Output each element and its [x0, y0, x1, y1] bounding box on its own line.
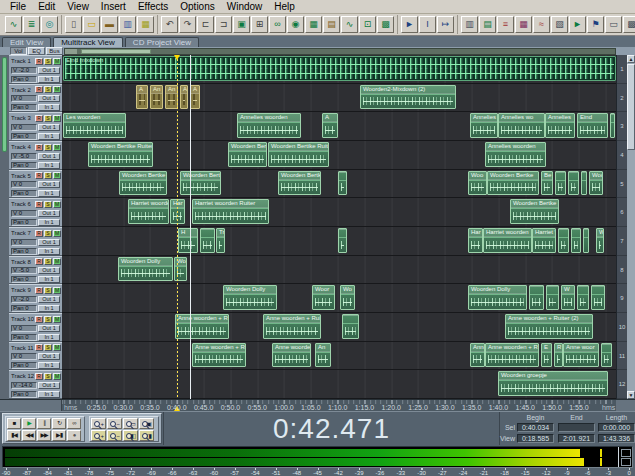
track-mute-button[interactable]: M — [53, 344, 61, 351]
track-pan[interactable]: Pan 0 — [11, 248, 37, 255]
zoom-sel-left-button[interactable]: ◧ — [123, 430, 138, 441]
clip-harriet-woorde[interactable]: Harriet woorde — [128, 199, 169, 224]
play-looped-button[interactable]: ↻ — [52, 418, 66, 429]
clip-woorden-dolly[interactable]: Woorden Dolly — [118, 257, 173, 282]
clip-fragment[interactable] — [601, 343, 612, 368]
track-solo-button[interactable]: S — [44, 58, 52, 65]
track-output-button[interactable]: Out 1 — [38, 153, 60, 160]
clip-h[interactable]: H — [178, 228, 198, 253]
clip-fragment[interactable] — [577, 285, 589, 310]
track-record-button[interactable]: R — [35, 316, 43, 323]
clip-fragment[interactable] — [571, 228, 581, 253]
play-to-end-button[interactable]: ∞ — [67, 418, 81, 429]
clip-annelies-woorden[interactable]: Annelies woorden — [237, 113, 301, 138]
tab-edit-view[interactable]: Edit View — [2, 37, 51, 47]
import-button[interactable]: ▦ — [137, 16, 154, 33]
hybrid-tool-button[interactable]: ► — [401, 16, 418, 33]
clip-indicator-right[interactable] — [621, 458, 631, 466]
scroll-down-arrow[interactable]: ▼ — [627, 391, 635, 399]
track-solo-button[interactable]: S — [44, 258, 52, 265]
sel-length-value[interactable]: 0:00.000 — [598, 423, 635, 432]
track-volume[interactable]: V 0 — [11, 210, 37, 217]
track-name[interactable]: Track 11 — [11, 345, 34, 351]
track-input-button[interactable]: In 1 — [38, 334, 60, 341]
track-solo-button[interactable]: S — [44, 316, 52, 323]
clip-anne-woor[interactable]: Anne woor — [563, 343, 599, 368]
track-pan[interactable]: Pan 0 — [11, 219, 37, 226]
clip-anne-woorde[interactable]: Anne woorde — [272, 343, 311, 368]
track-pan[interactable]: Pan 0 — [11, 305, 37, 312]
track-mute-button[interactable]: M — [53, 144, 61, 151]
track-input-button[interactable]: In 1 — [38, 190, 60, 197]
track-name[interactable]: Track 10 — [11, 316, 34, 322]
track-scrollbar[interactable] — [0, 55, 9, 399]
clip-woorden-bertke[interactable]: Woorden Bertke — [278, 171, 321, 196]
clip-woorden-bertike-ruiter[interactable]: Woorden Bertike Ruiter — [268, 142, 329, 167]
clip-an[interactable]: An — [150, 85, 163, 110]
track-mute-button[interactable]: M — [53, 316, 61, 323]
track-input-button[interactable]: In 1 — [38, 76, 60, 83]
crop-button[interactable]: ⊐ — [215, 16, 232, 33]
track-tab-eq[interactable]: EQ — [28, 47, 45, 55]
clip-w[interactable]: W — [596, 228, 604, 253]
clip-har[interactable]: Har — [468, 228, 483, 253]
clip-woorden-bertke[interactable]: Woorden Bertke — [180, 171, 221, 196]
bus-properties-button[interactable]: ▦ — [515, 16, 532, 33]
clip-anne[interactable]: Anne — [470, 343, 485, 368]
time-selection-tool-button[interactable]: I — [419, 16, 436, 33]
clip-annelies-wo[interactable]: Annelies wo — [498, 113, 545, 138]
clip-tr[interactable]: Tr — [216, 228, 225, 253]
track-pan[interactable]: Pan 0 — [11, 391, 37, 398]
level-meter[interactable]: -90-87-84-81-78-75-72-69-66-63-60-57-54-… — [0, 445, 635, 476]
go-to-beginning-button[interactable]: ▮◀ — [7, 430, 21, 441]
track-lane[interactable]: Les woordenAnnelies woordenAAnnelies wAn… — [62, 112, 616, 141]
clip-woorden-dolly[interactable]: Woorden Dolly — [223, 285, 277, 310]
track-volume[interactable]: V -2.0 — [11, 296, 37, 303]
track-record-button[interactable]: R — [35, 258, 43, 265]
track-lane[interactable]: HTrHarHarriet woordenHarriet WW — [62, 227, 616, 256]
track-name[interactable]: Track 1 — [11, 58, 34, 64]
zoom-out-button[interactable]: − — [107, 418, 122, 429]
track-lane[interactable]: Woorden BertkeWoorden BertkeWoorden Bert… — [62, 170, 616, 199]
track-solo-button[interactable]: S — [44, 86, 52, 93]
view-length-value[interactable]: 1:43.336 — [598, 434, 635, 443]
clip-color-button[interactable]: ▩ — [377, 16, 394, 33]
clip-indicator-left[interactable] — [621, 449, 631, 457]
clip-anne-woorden-ruit[interactable]: Anne woorden + Ruit — [263, 314, 321, 339]
organizer-button[interactable]: ▧ — [551, 16, 568, 33]
clip-fragment[interactable] — [529, 285, 544, 310]
time-display[interactable]: 0:42.471 — [163, 412, 500, 446]
track-lane[interactable]: AAnAnAAWoorden2-Mixdown (2) — [62, 84, 616, 113]
clip-fragment[interactable] — [610, 113, 615, 138]
stop-button[interactable]: ■ — [7, 418, 21, 429]
clip-fragment[interactable] — [555, 171, 566, 196]
clip-fragment[interactable] — [342, 314, 359, 339]
track-mute-button[interactable]: M — [53, 201, 61, 208]
clip-harriet-w[interactable]: Harriet W — [532, 228, 556, 253]
track-name[interactable]: Track 3 — [11, 115, 34, 121]
track-mute-button[interactable]: M — [53, 58, 61, 65]
clip-eind[interactable]: Eind — [577, 113, 608, 138]
open-file-button[interactable]: ▭ — [83, 16, 100, 33]
clip-harriet-woorden[interactable]: Harriet woorden — [483, 228, 532, 253]
move-clip-tool-button[interactable]: ↦ — [437, 16, 454, 33]
clip-be[interactable]: Be — [541, 171, 553, 196]
track-solo-button[interactable]: S — [44, 144, 52, 151]
track-record-button[interactable]: R — [35, 230, 43, 237]
play-button[interactable]: ▶ — [22, 418, 36, 429]
menu-file[interactable]: File — [4, 1, 32, 12]
track-volume[interactable]: V 0 — [11, 325, 37, 332]
track-output-button[interactable]: Out 1 — [38, 124, 60, 131]
menu-insert[interactable]: Insert — [95, 1, 132, 12]
clip-a[interactable]: A — [136, 85, 148, 110]
clip-e[interactable]: E — [541, 343, 552, 368]
track-name[interactable]: Track 6 — [11, 201, 34, 207]
scroll-up-arrow[interactable]: ▲ — [627, 55, 635, 63]
track-record-button[interactable]: R — [35, 86, 43, 93]
redo-button[interactable]: ↷ — [179, 16, 196, 33]
clip-fragment[interactable] — [546, 285, 559, 310]
vertical-scrollbar[interactable]: ▲ ▼ — [627, 55, 635, 399]
track-scrollbar-thumb[interactable] — [2, 57, 7, 152]
track-lane[interactable]: Woorden DollyWo — [62, 256, 616, 285]
zoom-sel-right-button[interactable]: ◨ — [139, 430, 154, 441]
